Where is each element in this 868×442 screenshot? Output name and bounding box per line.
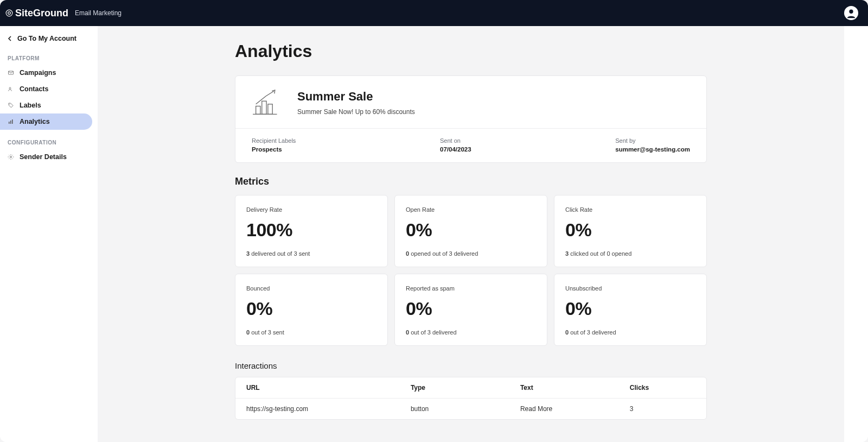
- metric-value: 100%: [246, 219, 376, 241]
- sent-on-value: 07/04/2023: [440, 146, 471, 153]
- campaign-title: Summer Sale: [297, 90, 415, 104]
- col-clicks: Clicks: [630, 384, 695, 392]
- metric-footnote: 3 delivered out of 3 sent: [246, 250, 376, 257]
- svg-point-5: [9, 87, 11, 89]
- metric-value: 0%: [246, 298, 376, 319]
- sidebar-item-label: Contacts: [20, 85, 48, 93]
- top-bar: SiteGround Email Marketing: [0, 0, 868, 26]
- cell-url: https://sg-testing.com: [246, 405, 411, 413]
- metric-footnote: 0 out of 3 delivered: [406, 329, 536, 336]
- metric-value: 0%: [406, 298, 536, 319]
- main-content: Analytics: [98, 26, 844, 442]
- arrow-left-icon: [8, 36, 13, 41]
- brand-text: SiteGround: [15, 8, 68, 19]
- right-gutter: [844, 26, 868, 442]
- metric-value: 0%: [565, 219, 695, 241]
- sent-by-value: summer@sg-testing.com: [615, 146, 690, 153]
- sidebar-item-campaigns[interactable]: Campaigns: [0, 65, 92, 81]
- section-platform-label: PLATFORM: [0, 46, 98, 65]
- sidebar-item-label: Labels: [20, 102, 41, 109]
- brand-icon: [5, 9, 13, 17]
- tag-icon: [8, 102, 14, 109]
- metric-value: 0%: [565, 298, 695, 319]
- svg-point-0: [6, 10, 12, 16]
- svg-rect-12: [262, 101, 266, 114]
- metric-label: Open Rate: [406, 206, 536, 213]
- gear-icon: [8, 154, 14, 160]
- bar-chart-icon: [8, 118, 14, 125]
- svg-rect-8: [10, 121, 11, 124]
- metric-label: Delivery Rate: [246, 206, 376, 213]
- svg-rect-4: [9, 71, 14, 74]
- back-to-account-link[interactable]: Go To My Account: [0, 31, 98, 46]
- metric-label: Reported as spam: [406, 285, 536, 292]
- recipient-labels-value: Prospects: [252, 146, 296, 153]
- svg-rect-11: [256, 106, 260, 114]
- back-label: Go To My Account: [17, 35, 76, 42]
- table-header-row: URL Type Text Clicks: [235, 377, 706, 399]
- sidebar-item-label: Sender Details: [20, 153, 67, 161]
- sidebar-item-label: Campaigns: [20, 69, 56, 77]
- col-type: Type: [411, 384, 520, 392]
- svg-rect-7: [9, 122, 10, 124]
- brand-logo: SiteGround: [5, 8, 68, 19]
- metric-card-unsubscribed: Unsubscribed 0% 0 out of 3 delivered: [554, 274, 707, 346]
- svg-point-10: [10, 156, 12, 158]
- metric-label: Click Rate: [565, 206, 695, 213]
- users-icon: [8, 86, 14, 92]
- metric-label: Unsubscribed: [565, 285, 695, 292]
- sidebar-item-labels[interactable]: Labels: [0, 97, 92, 113]
- cell-clicks: 3: [630, 405, 695, 413]
- metric-value: 0%: [406, 219, 536, 241]
- sidebar-item-label: Analytics: [20, 118, 50, 125]
- section-configuration-label: CONFIGURATION: [0, 130, 98, 149]
- svg-point-6: [9, 104, 10, 104]
- account-avatar-button[interactable]: [844, 6, 858, 20]
- metric-footnote: 3 clicked out of 0 opened: [565, 250, 695, 257]
- metrics-grid: Delivery Rate 100% 3 delivered out of 3 …: [235, 195, 707, 346]
- table-row: https://sg-testing.com button Read More …: [235, 399, 706, 419]
- svg-rect-13: [268, 104, 272, 115]
- col-url: URL: [246, 384, 411, 392]
- metrics-heading: Metrics: [235, 176, 707, 187]
- metric-card-bounced: Bounced 0% 0 out of 3 sent: [235, 274, 388, 346]
- campaign-summary-card: Summer Sale Summer Sale Now! Up to 60% d…: [235, 75, 707, 163]
- recipient-labels-heading: Recipient Labels: [252, 137, 296, 144]
- sidebar-item-analytics[interactable]: Analytics: [0, 113, 92, 130]
- sidebar-item-contacts[interactable]: Contacts: [0, 81, 92, 97]
- metric-footnote: 0 opened out of 3 delivered: [406, 250, 536, 257]
- campaign-subtitle: Summer Sale Now! Up to 60% discounts: [297, 108, 415, 116]
- col-text: Text: [520, 384, 630, 392]
- app-name: Email Marketing: [75, 9, 122, 17]
- sent-on-heading: Sent on: [440, 137, 471, 144]
- metric-footnote: 0 out of 3 delivered: [565, 329, 695, 336]
- metric-card-delivery-rate: Delivery Rate 100% 3 delivered out of 3 …: [235, 195, 388, 267]
- cell-text: Read More: [520, 405, 630, 413]
- interactions-table: URL Type Text Clicks https://sg-testing.…: [235, 377, 707, 420]
- metric-label: Bounced: [246, 285, 376, 292]
- analytics-chart-icon: [252, 89, 282, 116]
- svg-point-3: [849, 10, 853, 14]
- svg-point-1: [8, 12, 11, 15]
- sidebar-item-sender-details[interactable]: Sender Details: [0, 149, 92, 165]
- user-icon: [845, 7, 857, 19]
- sidebar: Go To My Account PLATFORM Campaigns Cont…: [0, 26, 98, 442]
- page-title: Analytics: [235, 41, 707, 61]
- cell-type: button: [411, 405, 520, 413]
- sent-by-heading: Sent by: [615, 137, 690, 144]
- svg-rect-9: [12, 119, 13, 124]
- metric-card-click-rate: Click Rate 0% 3 clicked out of 0 opened: [554, 195, 707, 267]
- metric-card-reported-spam: Reported as spam 0% 0 out of 3 delivered: [394, 274, 547, 346]
- metric-footnote: 0 out of 3 sent: [246, 329, 376, 336]
- metric-card-open-rate: Open Rate 0% 0 opened out of 3 delivered: [394, 195, 547, 267]
- mail-icon: [8, 70, 14, 76]
- interactions-heading: Interactions: [235, 361, 707, 370]
